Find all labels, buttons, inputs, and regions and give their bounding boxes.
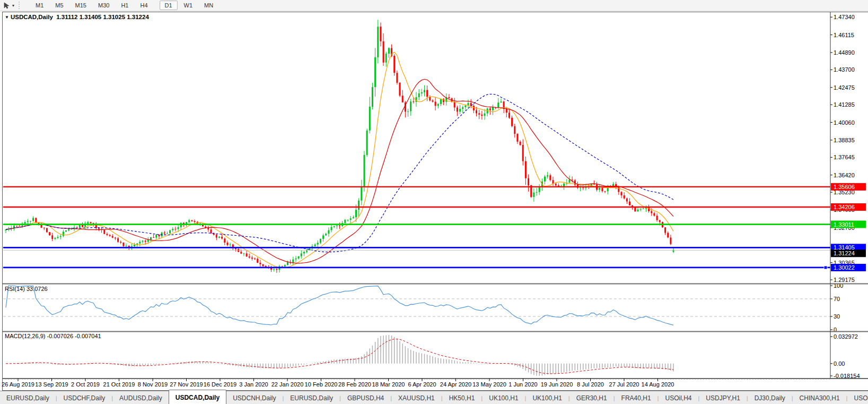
svg-text:1 Jun 2020: 1 Jun 2020: [508, 381, 537, 388]
svg-text:21 Oct 2019: 21 Oct 2019: [103, 381, 135, 388]
svg-text:1.33011: 1.33011: [834, 221, 854, 228]
chart-tab-hk50-h1[interactable]: HK50,H1: [443, 392, 481, 404]
svg-text:16 Dec 2019: 16 Dec 2019: [204, 381, 236, 388]
svg-text:2 Oct 2019: 2 Oct 2019: [71, 381, 100, 388]
svg-text:70: 70: [834, 296, 840, 302]
svg-text:0.032972: 0.032972: [834, 333, 858, 340]
rsi-line: [6, 286, 673, 325]
svg-text:13 Sep 2019: 13 Sep 2019: [35, 381, 68, 388]
chart-tab-xauusd-h1[interactable]: XAUUSD,H1: [392, 392, 441, 404]
chart-tab-eurusd-daily[interactable]: EURUSD,Daily: [284, 392, 339, 404]
svg-text:27 Nov 2019: 27 Nov 2019: [170, 381, 203, 388]
svg-text:24 Apr 2020: 24 Apr 2020: [440, 381, 471, 388]
svg-text:6 Apr 2020: 6 Apr 2020: [408, 381, 436, 388]
chart-tab-audusd-daily[interactable]: AUDUSD,Daily: [113, 392, 169, 404]
svg-text:1.40060: 1.40060: [834, 119, 855, 126]
svg-text:1.44890: 1.44890: [834, 49, 855, 56]
chart-title[interactable]: ▼USDCAD,Daily 1.31112 1.31405 1.31025 1.…: [5, 14, 149, 20]
chart-tab-usoil-h4[interactable]: USOil,H4: [659, 392, 698, 404]
svg-text:0.00: 0.00: [834, 360, 845, 367]
chart-tab-ger30-h1[interactable]: GER30,H1: [570, 392, 613, 404]
chart-title-ohlc: 1.31112 1.31405 1.31025 1.31224: [56, 14, 149, 20]
chart-tab-gbpusd-h4[interactable]: GBPUSD,H4: [341, 392, 390, 404]
svg-text:1.43700: 1.43700: [834, 66, 855, 73]
svg-text:1.36420: 1.36420: [834, 172, 855, 178]
svg-text:1.31224: 1.31224: [834, 250, 855, 256]
chart-tab-dj30-daily[interactable]: DJ30,Daily: [748, 392, 792, 404]
symbol-dropdown-icon[interactable]: ▼: [5, 15, 9, 20]
svg-text:22 Jan 2020: 22 Jan 2020: [271, 381, 304, 388]
svg-text:28 Feb 2020: 28 Feb 2020: [338, 381, 371, 388]
macd-indicator-label: MACD(12,26,9) -0.007026 -0.007041: [5, 333, 101, 339]
svg-text:1.46115: 1.46115: [834, 32, 854, 38]
chart-tab-usdchf-daily[interactable]: USDCHF,Daily: [57, 392, 112, 404]
chart-tab-uk100-h1[interactable]: UK100,H1: [526, 392, 568, 404]
rsi-indicator-label: RSI(14) 33.0726: [5, 286, 48, 292]
svg-text:19 Jun 2020: 19 Jun 2020: [541, 381, 573, 388]
svg-text:27 Jul 2020: 27 Jul 2020: [609, 381, 639, 388]
ma-line-20: [6, 79, 673, 263]
svg-text:1.30022: 1.30022: [834, 264, 855, 271]
chart-tabs: EURUSD,Daily|USDCHF,Daily|AUDUSD,DailyUS…: [0, 391, 868, 404]
svg-text:1.47340: 1.47340: [834, 14, 855, 20]
svg-text:1.35606: 1.35606: [834, 184, 855, 190]
svg-text:1.38835: 1.38835: [834, 137, 855, 143]
candles-layer: [5, 20, 674, 273]
svg-text:3 Jan 2020: 3 Jan 2020: [239, 381, 268, 388]
svg-text:1.37645: 1.37645: [834, 154, 855, 160]
macd-signal-line: [6, 339, 673, 374]
svg-text:10 Feb 2020: 10 Feb 2020: [305, 381, 338, 388]
chart-tab-eurusd-daily[interactable]: EURUSD,Daily: [0, 392, 56, 404]
chart-tab-usoil-h1[interactable]: USOil,H1: [847, 392, 868, 404]
svg-text:1.41285: 1.41285: [834, 101, 855, 108]
svg-text:1.42475: 1.42475: [834, 84, 855, 91]
svg-text:18 Mar 2020: 18 Mar 2020: [372, 381, 405, 388]
svg-text:26 Aug 2019: 26 Aug 2019: [2, 381, 34, 388]
chart-tab-uk100-h1[interactable]: UK100,H1: [483, 392, 524, 404]
svg-text:30: 30: [834, 313, 840, 320]
chart-tab-fra40-h1[interactable]: FRA40,H1: [615, 392, 657, 404]
macd-histogram: [6, 335, 673, 376]
ma-line-8: [6, 52, 673, 268]
chart-canvas[interactable]: 1.473401.461151.448901.437001.424751.412…: [1, 1, 868, 404]
svg-text:13 May 2020: 13 May 2020: [472, 381, 506, 388]
svg-text:8 Jul 2020: 8 Jul 2020: [577, 381, 604, 388]
chart-tab-usdcad-daily[interactable]: USDCAD,Daily: [169, 390, 226, 404]
svg-text:1.34206: 1.34206: [834, 204, 855, 210]
chart-tab-usdcnh-daily[interactable]: USDCNH,Daily: [226, 392, 282, 404]
svg-text:14 Aug 2020: 14 Aug 2020: [642, 381, 674, 388]
chart-tab-bar: EURUSD,Daily|USDCHF,Daily|AUDUSD,DailyUS…: [0, 391, 868, 404]
chart-tab-usdjpy-h1[interactable]: USDJPY,H1: [699, 392, 746, 404]
chart-window[interactable]: 1.473401.461151.448901.437001.424751.412…: [2, 12, 868, 391]
chart-title-symbol: USDCAD,Daily: [11, 14, 53, 20]
svg-text:-0.018154: -0.018154: [834, 373, 860, 379]
chart-tab-china300-h1[interactable]: CHINA300,H1: [793, 392, 846, 404]
trading-platform-window: ▾ M1M5M15M30H1H4D1W1MN 1.473401.461151.4…: [0, 0, 868, 404]
svg-text:8 Nov 2019: 8 Nov 2019: [138, 381, 168, 388]
